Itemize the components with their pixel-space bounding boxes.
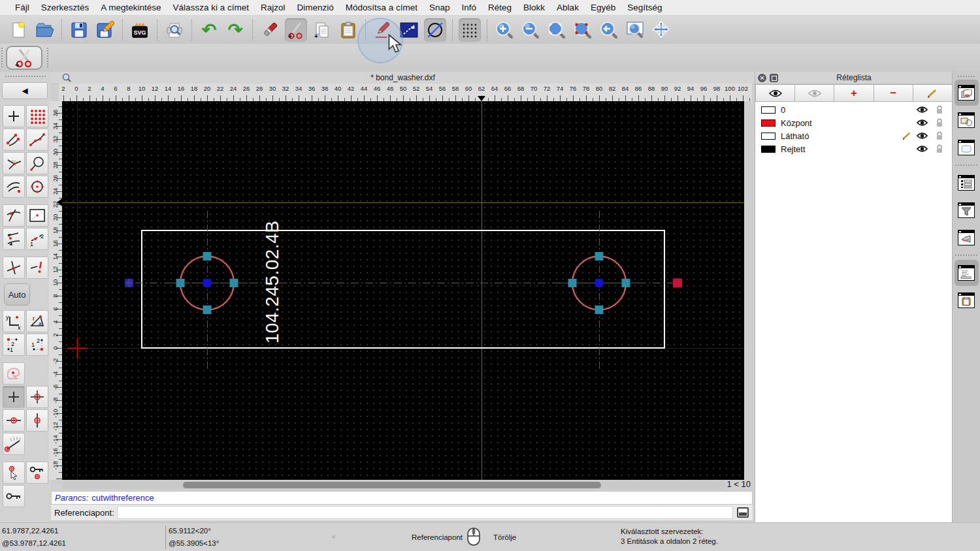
snap-free-button[interactable]	[3, 362, 25, 385]
tool-restrict-nothing-button[interactable]	[3, 228, 25, 250]
zoom-in-button[interactable]	[493, 18, 515, 42]
export-svg-button[interactable]: SVG	[129, 18, 151, 42]
horizontal-scrollbar[interactable]	[62, 481, 725, 489]
toggle-entity-list-button[interactable]	[955, 170, 979, 196]
tool-snap-circle-button[interactable]	[26, 152, 48, 174]
save-button[interactable]	[68, 18, 90, 42]
rel-coord-2-button[interactable]: 21	[26, 334, 48, 356]
keyboard-toggle-icon[interactable]	[737, 507, 749, 518]
toggle-clipboard-panel-button[interactable]	[955, 287, 979, 313]
layer-lock-icon[interactable]	[936, 118, 943, 127]
grid-toggle-button[interactable]	[459, 18, 481, 42]
menu-other[interactable]: Egyéb	[585, 3, 621, 12]
menu-block[interactable]: Blokk	[517, 3, 551, 12]
lock-reference-button[interactable]	[26, 462, 48, 484]
toggle-block-list-button[interactable]	[955, 107, 979, 133]
menu-dimension[interactable]: Dimenzió	[291, 3, 339, 12]
menu-info[interactable]: Infó	[456, 3, 483, 12]
zoom-auto-button[interactable]	[546, 18, 568, 42]
drawing-text-label[interactable]: 104.245.02.4B	[262, 221, 283, 344]
snap-grid-button[interactable]	[3, 386, 25, 408]
toggle-notes-button[interactable]	[955, 225, 979, 251]
layer-lock-icon[interactable]	[936, 131, 943, 140]
tool-restrict-ortho-button[interactable]: 12	[26, 228, 48, 250]
toggle-filter-button[interactable]	[955, 197, 979, 223]
snap-endpoint-ref-button[interactable]	[26, 386, 48, 408]
cut-with-reference-button[interactable]: +	[285, 18, 307, 42]
show-all-layers-button[interactable]	[755, 84, 795, 102]
layer-row[interactable]: 0	[755, 103, 953, 116]
layer-visible-icon[interactable]	[917, 119, 928, 127]
tool-snap-arc-button[interactable]	[3, 176, 25, 198]
toggle-command-line-button[interactable]	[955, 260, 979, 286]
layer-lock-icon[interactable]	[936, 144, 943, 153]
snap-angle-button[interactable]	[3, 433, 25, 455]
panel-grip[interactable]	[5, 76, 46, 81]
delete-button[interactable]	[259, 18, 281, 42]
tool-snap-bounding-button[interactable]	[26, 204, 48, 227]
layer-row[interactable]: Központ	[755, 116, 953, 129]
menu-help[interactable]: Segítség	[621, 3, 668, 12]
tool-snap-center-button[interactable]	[26, 176, 48, 198]
tool-snap-curves-button[interactable]	[3, 204, 25, 227]
copy-button[interactable]: +	[311, 18, 333, 42]
tool-snap-manual-button[interactable]	[26, 257, 48, 279]
menu-select[interactable]: Válassza ki a címet	[167, 3, 255, 12]
set-reference-button[interactable]	[3, 462, 25, 484]
command-input[interactable]	[117, 506, 733, 519]
active-tool-indicator[interactable]: +	[6, 46, 42, 70]
layer-panel-header[interactable]: ✕ Réteglista	[755, 72, 953, 84]
zoom-selected-button[interactable]	[572, 18, 594, 42]
redo-button[interactable]: ↷	[224, 18, 246, 42]
menu-view[interactable]: A megtekintése	[95, 3, 167, 12]
open-file-button[interactable]	[33, 18, 56, 42]
toggle-library-browser-button[interactable]	[955, 134, 979, 161]
paste-button[interactable]	[337, 18, 359, 42]
save-as-button[interactable]	[94, 18, 116, 42]
zoom-window-button[interactable]	[624, 18, 646, 42]
document-titlebar[interactable]: * bond_washer.dxf	[51, 72, 755, 84]
coord-polar-button[interactable]: ra	[26, 310, 48, 332]
menu-edit[interactable]: Szerkesztés	[35, 3, 95, 12]
move-rotate-button[interactable]	[398, 18, 420, 42]
tools-back-button[interactable]: ◀	[2, 82, 48, 99]
layer-visible-icon[interactable]	[917, 106, 928, 114]
attributes-button[interactable]	[372, 18, 394, 42]
new-file-button[interactable]	[7, 18, 29, 42]
remove-layer-button[interactable]: −	[874, 84, 913, 102]
lock-relative-zero-button[interactable]	[3, 485, 25, 507]
print-preview-button[interactable]	[163, 18, 186, 42]
layer-row[interactable]: Rejtett	[755, 142, 953, 155]
pan-button[interactable]	[650, 18, 672, 42]
menu-modify[interactable]: Módosítsa a címet	[340, 3, 423, 12]
coord-cartesian-button[interactable]: yx	[3, 310, 25, 332]
menu-draw[interactable]: Rajzol	[255, 3, 291, 12]
tool-snap-tangent-button[interactable]	[3, 152, 25, 174]
zoom-out-button[interactable]	[519, 18, 542, 42]
toolbar-grip[interactable]	[1, 48, 3, 67]
menu-snap[interactable]: Snap	[423, 3, 456, 12]
tool-point-matrix-button[interactable]	[26, 105, 48, 127]
undo-button[interactable]: ↶	[198, 18, 220, 42]
layer-visible-icon[interactable]	[917, 145, 928, 153]
tool-point-button[interactable]	[3, 105, 25, 127]
menu-window[interactable]: Ablak	[551, 3, 585, 12]
layer-visible-icon[interactable]	[917, 132, 928, 140]
restrict-horizontal-button[interactable]	[3, 409, 25, 432]
edit-layer-button[interactable]	[913, 84, 953, 102]
divide-button[interactable]	[424, 18, 446, 42]
toolbar-grip[interactable]	[47, 48, 49, 67]
add-layer-button[interactable]: +	[834, 84, 874, 102]
scrollbar-thumb[interactable]	[183, 482, 601, 488]
rel-coord-1-button[interactable]: 21	[3, 334, 25, 356]
snap-auto-button[interactable]: Auto	[4, 283, 30, 306]
layer-row-current[interactable]: Látható	[755, 129, 953, 142]
tool-snap-intersection-button[interactable]	[3, 257, 25, 279]
menu-layer[interactable]: Réteg	[482, 3, 517, 12]
tool-snap-on-entity-button[interactable]	[26, 129, 48, 151]
restrict-vertical-button[interactable]	[26, 409, 48, 432]
panel-grip[interactable]	[958, 76, 975, 77]
toggle-layer-list-button[interactable]	[955, 80, 979, 106]
layer-lock-icon[interactable]	[936, 105, 943, 114]
hide-all-layers-button[interactable]	[795, 84, 834, 102]
